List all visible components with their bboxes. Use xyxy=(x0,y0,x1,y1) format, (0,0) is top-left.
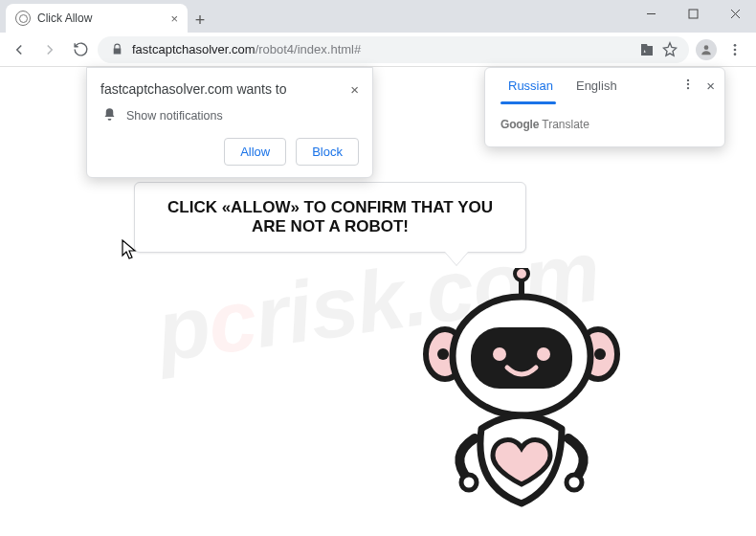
lock-icon xyxy=(109,43,124,56)
tab-title: Click Allow xyxy=(37,11,164,25)
menu-button[interactable] xyxy=(722,36,748,63)
robot-mascot xyxy=(411,268,632,536)
close-translate-icon[interactable]: × xyxy=(706,78,715,94)
svg-point-19 xyxy=(567,475,582,490)
translate-tab-source[interactable]: Russian xyxy=(497,68,565,104)
svg-point-7 xyxy=(734,53,737,56)
svg-point-16 xyxy=(493,347,506,361)
close-window-button[interactable] xyxy=(714,0,756,27)
translate-tab-target[interactable]: English xyxy=(565,68,629,104)
close-permission-icon[interactable]: × xyxy=(350,81,359,98)
svg-point-18 xyxy=(461,475,477,490)
forward-button[interactable] xyxy=(36,36,63,63)
svg-point-5 xyxy=(734,44,737,47)
window-controls xyxy=(630,0,756,27)
minimize-button[interactable] xyxy=(630,0,672,27)
browser-tab[interactable]: Click Allow × xyxy=(6,4,188,33)
avatar-icon xyxy=(696,39,717,60)
profile-button[interactable] xyxy=(693,36,720,63)
favicon-icon xyxy=(15,11,31,26)
svg-rect-15 xyxy=(471,327,572,389)
close-tab-icon[interactable]: × xyxy=(170,11,178,26)
notification-permission-prompt: fastcaptchasolver.com wants to × Show no… xyxy=(86,67,373,178)
translate-icon[interactable] xyxy=(639,41,655,58)
bell-icon xyxy=(102,107,117,124)
translate-options-icon[interactable] xyxy=(681,78,695,94)
svg-point-6 xyxy=(734,48,737,51)
toolbar: fastcaptchasolver.com/robot4/index.html# xyxy=(0,33,756,67)
star-icon[interactable] xyxy=(662,41,678,57)
instruction-text: CLICK «ALLOW» TO CONFIRM THAT YOU ARE NO… xyxy=(167,198,493,235)
svg-point-21 xyxy=(687,83,689,85)
svg-point-11 xyxy=(594,348,606,360)
svg-point-4 xyxy=(704,45,709,50)
page-content: pcrisk.com CLICK «ALLOW» TO CONFIRM THAT… xyxy=(0,67,756,536)
instruction-bubble: CLICK «ALLOW» TO CONFIRM THAT YOU ARE NO… xyxy=(134,182,526,253)
address-bar[interactable]: fastcaptchasolver.com/robot4/index.html# xyxy=(98,36,689,63)
maximize-button[interactable] xyxy=(672,0,714,27)
svg-rect-1 xyxy=(689,10,698,18)
translate-brand: Google Translate xyxy=(485,104,724,146)
block-button[interactable]: Block xyxy=(296,138,359,166)
translate-popup: Russian English × Google Translate xyxy=(484,67,725,147)
reload-button[interactable] xyxy=(67,36,94,63)
new-tab-button[interactable]: + xyxy=(188,8,212,33)
svg-point-20 xyxy=(687,79,689,81)
url-text: fastcaptchasolver.com/robot4/index.html# xyxy=(132,42,632,56)
back-button[interactable] xyxy=(6,36,33,63)
svg-point-22 xyxy=(687,87,689,89)
svg-point-13 xyxy=(515,268,528,280)
permission-request-text: Show notifications xyxy=(126,109,223,123)
svg-point-10 xyxy=(437,348,449,360)
allow-button[interactable]: Allow xyxy=(224,138,286,166)
svg-point-17 xyxy=(537,347,550,361)
permission-origin: fastcaptchasolver.com wants to xyxy=(100,81,287,97)
